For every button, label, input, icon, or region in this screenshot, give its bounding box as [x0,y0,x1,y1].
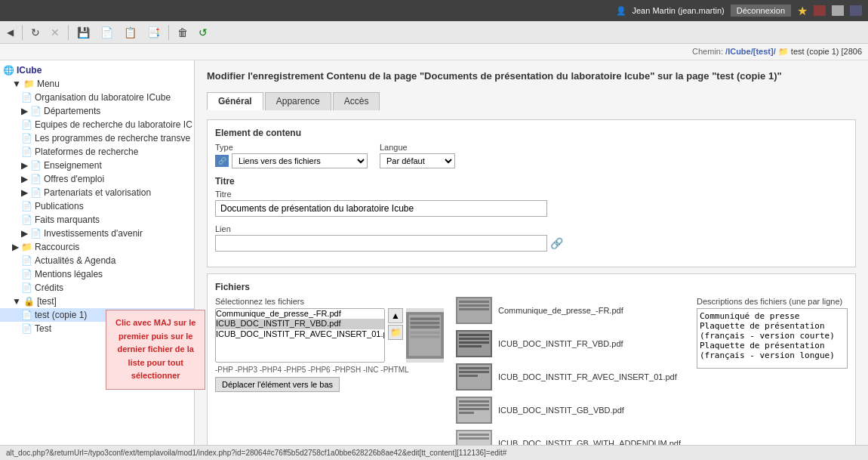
langue-select[interactable]: Par défaut [380,153,455,168]
chevron-icon-enseignement: ▶ [21,160,28,171]
file-option-3[interactable]: ICUB_DOC_INSTIT_FR_AVEC_INSERT_01.pdf [216,329,384,339]
page-icon-partenariats: 📄 [30,187,42,198]
content-area: Modifier l'enregistrement Contenu de la … [195,60,868,445]
svg-rect-4 [411,326,440,329]
preview-name-1: Communique_de_presse_-FR.pdf [498,306,623,315]
sidebar-item-org[interactable]: 📄 Organisation du laboratoire ICube [0,91,194,104]
page-icon-mentions: 📄 [21,269,32,279]
file-preview-5: ICUB_DOC_INSTIT_GB_WITH_ADDENDUM.pdf [456,430,685,445]
lien-label: Lien [215,224,848,233]
sidebar-item-faits[interactable]: 📄 Faits marquants [0,213,194,227]
toolbar-refresh[interactable]: ↻ [27,24,44,41]
file-option-1[interactable]: Communique_de_presse_-FR.pdf [216,309,384,319]
lien-input[interactable] [215,235,547,252]
file-listbox[interactable]: Communique_de_presse_-FR.pdf ICUB_DOC_IN… [215,308,385,363]
sidebar-item-actualites[interactable]: 📄 Actualités & Agenda [0,254,194,267]
page-icon-publications: 📄 [21,201,32,211]
fichiers-section: Fichiers Sélectionnez les fichiers Commu… [207,273,856,445]
module-icon1 [814,5,826,16]
lien-browse-button[interactable]: 🔗 [550,237,563,249]
sidebar-item-publications[interactable]: 📄 Publications [0,199,194,213]
sidebar-item-partenariats[interactable]: ▶ 📄 Partenariats et valorisation [0,186,194,199]
svg-rect-22 [459,375,478,377]
toolbar-save1[interactable]: 💾 [73,24,94,41]
file-previews-section: Communique_de_presse_-FR.pdf ICUB_DOC_IN… [456,297,685,445]
page-icon-programmes: 📄 [21,133,32,144]
sidebar-item-test[interactable]: ▼ 🔒 [test] [0,295,194,308]
preview-name-2: ICUB_DOC_INSTIT_FR_VBD.pdf [498,339,623,348]
user-icon: 👤 [616,6,626,16]
sidebar-item-mentions[interactable]: 📄 Mentions légales [0,267,194,281]
svg-rect-5 [411,332,440,335]
descriptions-textarea[interactable]: Communiqué de presse Plaquette de présen… [697,308,848,369]
toolbar-copy2[interactable]: 📋 [120,24,140,41]
thumb-2 [456,330,492,357]
toolbar-copy1[interactable]: 📄 [97,24,117,41]
toolbar-delete[interactable]: 🗑 [174,24,192,41]
svg-rect-20 [459,367,489,369]
move-down-button[interactable]: Déplacer l'élément vers le bas [215,377,340,392]
svg-rect-10 [459,304,489,307]
root-icon: 🌐 [3,65,14,76]
file-up-button[interactable]: ▲ [388,308,403,323]
extensions-row: -PHP -PHP3 -PHP4 -PHP5 -PHP6 -PHPSH -INC… [215,366,444,374]
sidebar-item-plateformes[interactable]: 📄 Plateformes de recherche [0,145,194,159]
svg-rect-2 [411,318,440,321]
sidebar-label-partenariats: Partenariats et valorisation [44,187,151,198]
chevron-icon-investissements: ▶ [21,228,28,239]
svg-rect-32 [459,437,489,440]
tooltip-box: Clic avec MAJ sur le premier puis sur le… [106,310,205,390]
page-title: Modifier l'enregistrement Contenu de la … [207,69,856,83]
sidebar-item-equipes[interactable]: 📄 Equipes de recherche du laboratoire IC [0,118,194,131]
sidebar-item-investissements[interactable]: ▶ 📄 Investissements d'avenir [0,227,194,240]
sidebar-item-menu[interactable]: ▼ 📁 Menu [0,77,194,91]
sidebar-label-credits: Crédits [35,282,63,293]
titre-input[interactable] [215,200,547,217]
svg-rect-27 [459,408,489,410]
sidebar-item-credits[interactable]: 📄 Crédits [0,281,194,295]
disconnect-button[interactable]: Déconnexion [731,5,791,17]
sidebar-item-raccourcis[interactable]: ▶ 📁 Raccourcis [0,240,194,254]
sidebar-label-mentions: Mentions légales [35,269,103,279]
tab-acces[interactable]: Accès [333,92,380,110]
user-info: Jean Martin (jean.martin) [633,6,725,15]
sidebar-item-enseignement[interactable]: ▶ 📄 Enseignement [0,159,194,172]
toolbar-separator1 [22,25,23,40]
sidebar-label-offres: Offres d'emploi [44,174,104,184]
toolbar-redo[interactable]: ↺ [195,24,211,41]
page-icon-dept: 📄 [30,106,42,116]
sidebar-label-org: Organisation du laboratoire ICube [35,92,171,103]
sidebar-label-test-copie: test (copie 1) [35,310,87,320]
sidebar-label-test2: Test [35,323,51,334]
toolbar-copy3[interactable]: 📑 [143,24,164,41]
svg-rect-31 [459,434,489,436]
sidebar-label-menu: Menu [37,79,60,89]
sidebar-root[interactable]: 🌐 ICube [0,63,194,77]
topbar: 👤 Jean Martin (jean.martin) Déconnexion … [0,0,868,21]
statusbar: alt_doc.php?&returnUrl=/typo3conf/ext/te… [0,445,868,460]
sidebar-label-investissements: Investissements d'avenir [44,228,143,239]
toolbar-nav-back[interactable]: ◀ [3,25,17,40]
sidebar-item-offres[interactable]: ▶ 📄 Offres d'emploi [0,172,194,186]
type-select[interactable]: Liens vers des fichiers [232,153,368,168]
file-browse-button[interactable]: 📁 [388,325,403,340]
select-files-label: Sélectionnez les fichiers [215,297,444,306]
file-preview-2: ICUB_DOC_INSTIT_FR_VBD.pdf [456,330,685,357]
svg-rect-9 [459,301,489,303]
sidebar-label-dept: Départements [44,106,100,116]
sidebar-label-test: [test] [37,296,57,307]
toolbar-close[interactable]: ✕ [47,24,63,41]
sidebar-item-programmes[interactable]: 📄 Les programmes de recherche transve [0,131,194,145]
module-icon3 [850,5,862,16]
chevron-icon-partenariats: ▶ [21,187,28,198]
tab-general[interactable]: Général [207,92,263,110]
tab-apparence[interactable]: Apparence [265,92,331,110]
page-icon-equipes: 📄 [21,119,32,130]
svg-rect-28 [459,412,474,414]
type-icon: 🔗 [215,155,229,167]
pathbar: Chemin: /ICube/[test]/ 📁 test (copie 1) … [0,44,868,60]
sidebar-item-dept[interactable]: ▶ 📄 Départements [0,104,194,118]
file-option-2[interactable]: ICUB_DOC_INSTIT_FR_VBD.pdf [216,319,384,329]
sidebar-label-raccourcis: Raccourcis [35,242,79,252]
file-preview-3: ICUB_DOC_INSTIT_FR_AVEC_INSERT_01.pdf [456,363,685,391]
